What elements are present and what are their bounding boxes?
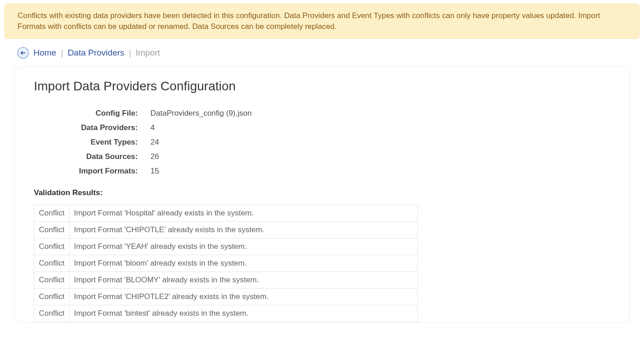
- import-formats-value: 15: [150, 167, 610, 176]
- arrow-left-icon: [20, 50, 26, 56]
- data-providers-value: 4: [150, 123, 610, 132]
- back-button[interactable]: [17, 47, 29, 59]
- conflict-message: Import Format 'CHIPOTLE2' already exists…: [69, 288, 418, 305]
- conflict-message: Import Format 'bintest' already exists i…: [69, 305, 418, 322]
- validation-results-label: Validation Results:: [34, 188, 610, 197]
- event-types-label: Event Types:: [34, 138, 138, 147]
- table-row: ConflictImport Format 'BLOOMY' already e…: [34, 271, 418, 288]
- validation-results-table: ConflictImport Format 'Hospital' already…: [34, 205, 418, 322]
- conflict-warning-alert: Conflicts with existing data providers h…: [5, 4, 639, 39]
- conflict-status: Conflict: [34, 221, 70, 238]
- breadcrumb-current: Import: [136, 48, 160, 58]
- breadcrumb-separator: |: [129, 48, 131, 58]
- table-row: ConflictImport Format 'YEAH' already exi…: [34, 238, 418, 255]
- data-sources-label: Data Sources:: [34, 152, 138, 161]
- breadcrumb-data-providers[interactable]: Data Providers: [68, 48, 125, 58]
- table-row: ConflictImport Format 'Hospital' already…: [34, 205, 418, 221]
- conflict-status: Conflict: [34, 271, 70, 288]
- import-formats-label: Import Formats:: [34, 167, 138, 176]
- config-file-value: DataProviders_config (9).json: [150, 109, 610, 118]
- event-types-value: 24: [150, 138, 610, 147]
- conflict-status: Conflict: [34, 255, 70, 271]
- config-file-label: Config File:: [34, 109, 138, 118]
- page-title: Import Data Providers Configuration: [34, 79, 610, 94]
- table-row: ConflictImport Format 'CHIPOTLE2' alread…: [34, 288, 418, 305]
- conflict-message: Import Format 'CHIPOTLE' already exists …: [69, 221, 418, 238]
- breadcrumb-home[interactable]: Home: [33, 48, 56, 58]
- alert-text: Conflicts with existing data providers h…: [18, 11, 600, 31]
- breadcrumb-separator: |: [61, 48, 63, 58]
- conflict-message: Import Format 'Hospital' already exists …: [69, 205, 418, 221]
- conflict-status: Conflict: [34, 305, 70, 322]
- data-sources-value: 26: [150, 152, 610, 161]
- conflict-message: Import Format 'bloom' already exists in …: [69, 255, 418, 271]
- table-row: ConflictImport Format 'bintest' already …: [34, 305, 418, 322]
- conflict-message: Import Format 'BLOOMY' already exists in…: [69, 271, 418, 288]
- conflict-status: Conflict: [34, 205, 70, 221]
- config-summary: Config File: DataProviders_config (9).js…: [34, 109, 610, 176]
- conflict-status: Conflict: [34, 238, 70, 255]
- import-panel: Import Data Providers Configuration Conf…: [14, 67, 630, 323]
- table-row: ConflictImport Format 'CHIPOTLE' already…: [34, 221, 418, 238]
- conflict-message: Import Format 'YEAH' already exists in t…: [69, 238, 418, 255]
- data-providers-label: Data Providers:: [34, 123, 138, 132]
- conflict-status: Conflict: [34, 288, 70, 305]
- table-row: ConflictImport Format 'bloom' already ex…: [34, 255, 418, 271]
- breadcrumb: Home | Data Providers | Import: [0, 47, 644, 59]
